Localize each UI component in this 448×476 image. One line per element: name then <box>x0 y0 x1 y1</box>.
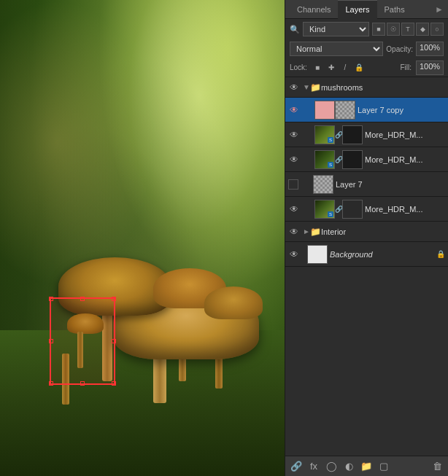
visibility-eye-hdr2[interactable]: 👁 <box>288 154 300 165</box>
handle-tm[interactable] <box>80 297 85 301</box>
canvas-image <box>0 0 285 476</box>
tab-paths[interactable]: Paths <box>377 0 412 19</box>
handle-ml[interactable] <box>49 339 53 343</box>
thumb-hdr1-mask <box>343 126 362 144</box>
visibility-eye-background[interactable]: 👁 <box>288 249 300 260</box>
handle-tl[interactable] <box>49 297 53 301</box>
layer-thumb-hdr2-mask <box>342 150 363 169</box>
lock-artboard-btn[interactable]: / <box>339 62 351 74</box>
thumb-pair-hdr3: S 🔗 <box>314 200 363 219</box>
layers-toolbar: 🔗 fx ◯ ◐ 📁 ▢ 🗑 <box>285 456 448 476</box>
layer-thumb-hdr3-mask <box>342 200 363 219</box>
group-chevron-mushrooms[interactable]: ▼ <box>303 83 310 91</box>
thumb-7copy-fill <box>315 101 334 119</box>
fill-label: Fill: <box>400 63 412 71</box>
link-layers-btn[interactable]: 🔗 <box>288 459 304 475</box>
selected-mushroom-stem <box>77 332 83 368</box>
layer-thumb-hdr3-main: S <box>314 200 335 219</box>
panel-menu-arrow[interactable]: ► <box>435 4 444 15</box>
kind-smart-icon[interactable]: ○ <box>430 23 444 36</box>
layer-name-background: Background <box>330 250 434 259</box>
thumb-pair-background <box>307 245 328 264</box>
visibility-eye-7copy[interactable]: 👁 <box>288 104 300 116</box>
kind-text-icon[interactable]: T <box>401 23 414 36</box>
layer-item-hdr3[interactable]: 👁 S 🔗 More_HDR_M... <box>285 197 448 222</box>
visibility-eye-hdr3[interactable]: 👁 <box>288 203 300 215</box>
layer-item-mushrooms[interactable]: 👁 ▼ 📁 mushrooms <box>285 77 448 98</box>
layer-thumb-7copy-mask <box>335 101 355 120</box>
layer-thumb-hdr2-main: S <box>314 150 335 169</box>
layer-thumb-background <box>307 245 328 264</box>
thumb-link-hdr1: 🔗 <box>335 125 342 144</box>
lock-icons: ■ ✚ / 🔒 <box>312 62 365 74</box>
handle-bm[interactable] <box>80 381 85 386</box>
panel-tab-bar: Channels Layers Paths ► <box>285 0 448 19</box>
kind-shape-icon[interactable]: ◆ <box>416 23 429 36</box>
layers-list: 👁 ▼ 📁 mushrooms 👁 Layer <box>285 77 448 456</box>
lock-pixel-btn[interactable]: ■ <box>312 62 323 74</box>
add-style-btn[interactable]: fx <box>306 459 322 475</box>
thumb-pair-7copy <box>314 101 355 120</box>
thumb-background-fill <box>308 246 327 263</box>
visibility-eye-interior[interactable]: 👁 <box>288 226 300 238</box>
opacity-value[interactable]: 100% <box>416 42 444 56</box>
layer-thumb-7-main <box>313 175 333 194</box>
thumb-pair-7 <box>313 175 333 194</box>
thumb-link-hdr2: 🔗 <box>335 150 342 169</box>
visibility-eye-hdr1[interactable]: 👁 <box>288 129 300 141</box>
layer-item-hdr1[interactable]: 👁 S 🔗 More_HDR_M... <box>285 122 448 147</box>
fill-value[interactable]: 100% <box>416 61 444 75</box>
visibility-check-7[interactable] <box>288 179 298 190</box>
kind-select[interactable]: Kind <box>303 22 369 36</box>
handle-tr[interactable] <box>112 297 116 301</box>
kind-adjust-icon[interactable]: ☉ <box>387 23 400 36</box>
tab-layers[interactable]: Layers <box>338 0 376 19</box>
handle-mr[interactable] <box>112 339 116 343</box>
tab-channels[interactable]: Channels <box>290 0 338 19</box>
layer-name-7: Layer 7 <box>336 180 445 189</box>
thumb-pair-hdr2: S 🔗 <box>314 150 363 169</box>
selected-mushroom-cap <box>67 313 104 334</box>
kind-icons: ■ ☉ T ◆ ○ <box>372 23 444 36</box>
new-layer-btn[interactable]: ▢ <box>376 459 392 475</box>
layer-thumb-7copy-main <box>314 101 335 120</box>
layer-name-interior: Interior <box>321 227 445 236</box>
layer-name-hdr3: More_HDR_M... <box>365 205 445 214</box>
handle-bl[interactable] <box>49 381 53 386</box>
layer-name-hdr1: More_HDR_M... <box>365 130 445 139</box>
opacity-label: Opacity: <box>386 45 413 53</box>
smart-badge-hdr2: S <box>328 162 333 168</box>
group-chevron-interior[interactable]: ► <box>303 227 310 235</box>
lock-label: Lock: <box>290 63 307 71</box>
layer-item-7copy[interactable]: 👁 Layer 7 copy <box>285 98 448 122</box>
layer-item-7[interactable]: Layer 7 <box>285 172 448 197</box>
visibility-eye-mushrooms[interactable]: 👁 <box>288 82 300 93</box>
kind-pixel-icon[interactable]: ■ <box>372 23 385 36</box>
selection-box <box>50 297 115 385</box>
delete-layer-btn[interactable]: 🗑 <box>429 459 445 475</box>
smart-badge-hdr3: S <box>328 211 333 217</box>
layer-lock-background: 🔒 <box>436 250 445 259</box>
smart-badge-hdr1: S <box>328 137 333 143</box>
folder-icon-mushrooms: 📁 <box>310 82 321 93</box>
layer-item-background[interactable]: 👁 Background 🔒 <box>285 242 448 267</box>
layer-name-mushrooms: mushrooms <box>321 83 445 92</box>
new-group-btn[interactable]: 📁 <box>358 459 374 475</box>
thumb-7-checker <box>314 176 333 193</box>
layer-name-7copy: Layer 7 copy <box>358 106 445 114</box>
lock-all-btn[interactable]: 🔒 <box>353 62 365 74</box>
layers-panel: Channels Layers Paths ► 🔍 Kind ■ ☉ T ◆ ○… <box>285 0 448 476</box>
search-icon: 🔍 <box>290 25 300 34</box>
blend-row: Normal Opacity: 100% <box>285 39 448 58</box>
new-fill-btn[interactable]: ◐ <box>341 459 357 475</box>
layer-item-interior[interactable]: 👁 ► 📁 Interior <box>285 222 448 242</box>
canvas-area <box>0 0 285 476</box>
lock-move-btn[interactable]: ✚ <box>325 62 337 74</box>
handle-br[interactable] <box>112 381 116 386</box>
thumb-hdr3-mask <box>343 200 362 218</box>
thumb-7copy-checker <box>336 101 355 119</box>
layer-name-hdr2: More_HDR_M... <box>365 155 445 164</box>
blend-mode-select[interactable]: Normal <box>290 42 383 56</box>
add-mask-btn[interactable]: ◯ <box>323 459 339 475</box>
layer-item-hdr2[interactable]: 👁 S 🔗 More_HDR_M... <box>285 147 448 172</box>
